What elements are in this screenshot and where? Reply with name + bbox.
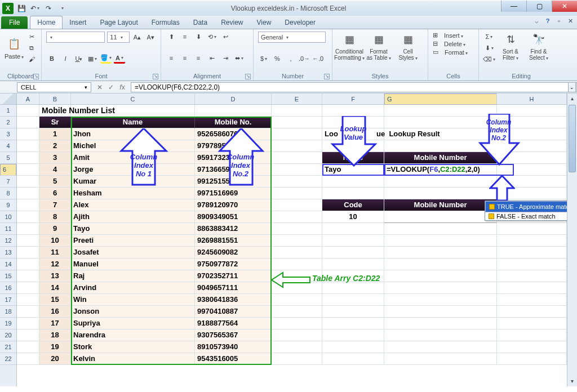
cell[interactable] [322,188,384,199]
cell[interactable] [497,329,567,341]
tab-insert[interactable]: Insert [63,16,93,29]
cell[interactable] [17,294,39,306]
cell[interactable] [384,223,497,235]
row-header[interactable]: 4 [0,140,16,152]
row-header[interactable]: 14 [0,259,16,270]
cell[interactable] [384,188,497,199]
cell[interactable] [497,259,567,270]
cell[interactable]: Josafet [71,247,195,259]
cell[interactable] [322,247,384,259]
row-header[interactable]: 8 [0,188,16,199]
worksheet-grid[interactable]: 1 2 3 4 5 6 7 8 9 10 11 12 13 14 15 16 1… [0,93,577,386]
cell[interactable] [384,235,497,247]
row-header[interactable]: 18 [0,306,16,318]
decrease-indent-icon[interactable]: ⇤ [206,53,218,63]
formula-tooltip[interactable]: TRUE - Approximate match FALSE - Exact m… [485,201,577,221]
scroll-up-icon[interactable]: ▴ [567,93,577,104]
cell[interactable]: 9380641836 [195,294,272,306]
cell[interactable]: 15 [39,294,71,306]
name-box[interactable]: CELL▾ [17,82,91,92]
row-header[interactable]: 9 [0,199,16,211]
align-bottom-icon[interactable]: ⬇ [193,32,204,42]
cell[interactable]: Name [71,117,195,128]
cell[interactable]: Mobile Number [384,152,497,164]
cell[interactable] [272,341,322,353]
cancel-formula-icon[interactable]: ✕ [95,83,105,91]
tooltip-row-true[interactable]: TRUE - Approximate match [485,201,576,212]
format-cells-button[interactable]: ▭ Format [433,48,474,56]
cell[interactable]: Mobile Number List [39,105,71,117]
cell[interactable] [497,223,567,235]
cell[interactable]: Jorge [71,164,195,176]
cell[interactable] [384,270,497,282]
cell[interactable]: Michel [71,140,195,152]
cell-styles-button[interactable]: ▦Cell Styles [396,32,420,61]
cell[interactable] [17,199,39,211]
cell[interactable]: ue Lookup Result [384,128,497,140]
cell[interactable] [17,247,39,259]
cell[interactable]: Alex [71,199,195,211]
cell[interactable] [322,270,384,282]
col-header[interactable]: E [272,93,322,104]
decrease-decimal-icon[interactable]: ←.0 [312,54,323,64]
align-right-icon[interactable]: ≡ [193,53,204,63]
row-header[interactable]: 22 [0,353,16,365]
cell[interactable]: 1 [39,128,71,140]
row-header[interactable]: 15 [0,270,16,282]
cell[interactable]: 5 [39,176,71,188]
col-header[interactable]: B [39,93,71,104]
cell[interactable]: Sr [39,117,71,128]
cell[interactable]: 9789120970 [195,199,272,211]
doc-close-icon[interactable]: ✕ [566,17,575,25]
cell[interactable] [17,306,39,318]
col-header[interactable]: C [71,93,195,104]
cell[interactable]: 8863883412 [195,223,272,235]
cell[interactable]: Amit [71,152,195,164]
cell[interactable] [272,176,322,188]
cell[interactable]: 7 [39,199,71,211]
row-header[interactable]: 21 [0,341,16,353]
cell[interactable] [272,306,322,318]
window-restore-icon[interactable]: ▫ [554,17,563,25]
select-all-corner[interactable] [0,93,16,105]
row-header[interactable]: 19 [0,318,16,329]
cell[interactable]: Tayo [322,164,384,176]
cell[interactable]: 19 [39,341,71,353]
font-name-select[interactable] [46,32,105,43]
cell[interactable] [497,318,567,329]
tab-review[interactable]: Review [214,16,250,29]
cell[interactable] [272,223,322,235]
cell[interactable] [497,164,567,176]
cell[interactable]: Raj [71,270,195,282]
align-middle-icon[interactable]: ≡ [179,32,190,42]
cell[interactable] [384,318,497,329]
cell[interactable]: 9307565367 [195,329,272,341]
cell[interactable] [272,270,322,282]
cell[interactable]: Tayo [71,223,195,235]
cell[interactable] [384,117,497,128]
cell[interactable] [71,105,195,117]
underline-button[interactable]: U▾ [73,54,85,64]
wrap-text-icon[interactable]: ↩ [220,32,231,42]
row-header[interactable]: 20 [0,329,16,341]
cell[interactable] [17,176,39,188]
cell[interactable] [497,117,567,128]
row-header[interactable]: 6 [0,164,16,176]
row-header[interactable]: 3 [0,128,16,140]
autosum-icon[interactable]: Σ [483,32,495,42]
cell[interactable] [497,188,567,199]
insert-cells-button[interactable]: ⊞ Insert [433,32,474,39]
row-header[interactable]: 10 [0,211,16,223]
format-painter-icon[interactable]: 🖌 [26,54,37,64]
cell[interactable]: 9543516005 [195,353,272,365]
cell[interactable]: 18 [39,329,71,341]
close-button[interactable]: ✕ [552,1,577,12]
tab-developer[interactable]: Developer [278,16,322,29]
orientation-icon[interactable]: ⟲ [206,32,218,42]
cell[interactable] [17,223,39,235]
cell[interactable] [384,306,497,318]
cell[interactable] [322,282,384,294]
col-header[interactable]: H [497,93,567,104]
cell[interactable] [272,235,322,247]
align-center-icon[interactable]: ≡ [179,53,190,63]
